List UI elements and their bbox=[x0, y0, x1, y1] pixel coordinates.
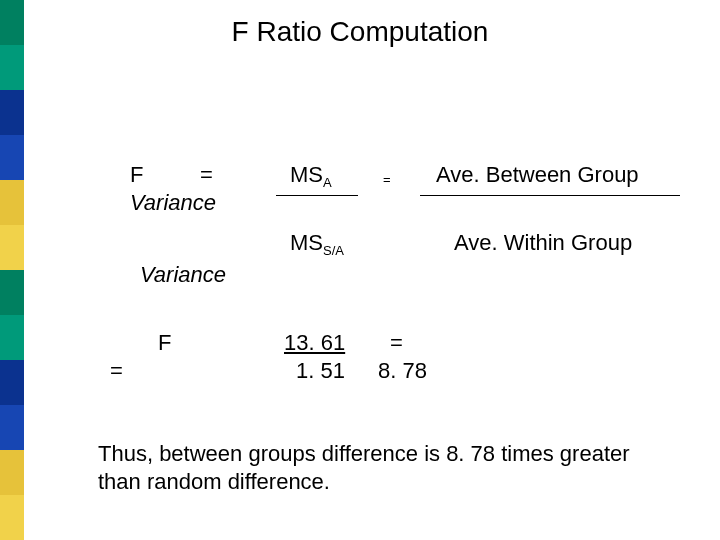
fraction-rule-msa bbox=[276, 195, 358, 196]
ave-between: Ave. Between Group bbox=[436, 162, 639, 188]
ave-within: Ave. Within Group bbox=[454, 230, 632, 256]
conclusion-text: Thus, between groups difference is 8. 78… bbox=[98, 440, 658, 495]
equals-2: = bbox=[390, 330, 403, 356]
equals-1: = bbox=[200, 162, 213, 188]
calc-numerator: 13. 61 bbox=[284, 330, 345, 356]
page-title: F Ratio Computation bbox=[0, 16, 720, 48]
ms-a-base: MS bbox=[290, 162, 323, 187]
ms-sa: MSS/A bbox=[290, 230, 344, 258]
ms-sa-base: MS bbox=[290, 230, 323, 255]
variance-bottom: Variance bbox=[140, 262, 226, 288]
f-symbol: F bbox=[130, 162, 143, 188]
equals-3: = bbox=[110, 358, 123, 384]
ms-a-sub: A bbox=[323, 175, 332, 190]
fraction-rule-between bbox=[420, 195, 680, 196]
ms-sa-sub: S/A bbox=[323, 243, 344, 258]
variance-top: Variance bbox=[130, 190, 216, 216]
equals-small: = bbox=[383, 172, 391, 187]
calc-result: 8. 78 bbox=[378, 358, 427, 384]
decorative-sidebar bbox=[0, 0, 24, 540]
calc-denominator: 1. 51 bbox=[296, 358, 345, 384]
ms-a: MSA bbox=[290, 162, 332, 190]
f-symbol-2: F bbox=[158, 330, 171, 356]
